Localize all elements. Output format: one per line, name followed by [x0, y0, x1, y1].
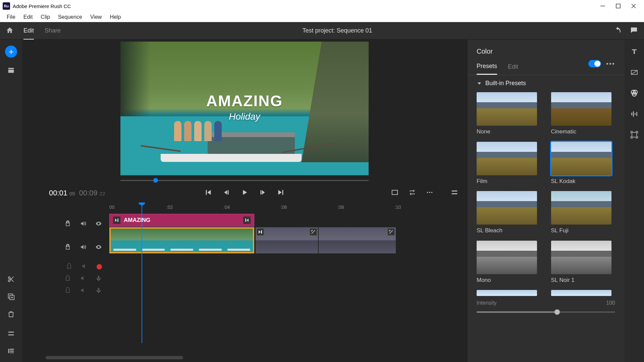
svg-rect-24 — [392, 190, 398, 195]
preset-thumbnail[interactable] — [551, 191, 611, 225]
preset-thumbnail[interactable] — [477, 241, 537, 274]
scrubber-playhead[interactable] — [153, 178, 158, 183]
menu-help[interactable]: Help — [106, 13, 125, 21]
lock-icon[interactable] — [64, 287, 71, 295]
record-voiceover-button[interactable] — [97, 264, 102, 269]
preview-scrubber[interactable] — [120, 177, 369, 184]
fullscreen-icon[interactable] — [391, 189, 398, 197]
project-title: Test project: Sequence 01 — [61, 27, 614, 34]
more-options-icon[interactable] — [426, 189, 433, 197]
panel-more-icon[interactable]: ••• — [606, 60, 615, 68]
effect-badge-icon[interactable] — [310, 229, 317, 235]
loop-icon[interactable] — [409, 189, 416, 197]
lock-icon[interactable] — [64, 220, 71, 228]
mute-icon[interactable] — [81, 263, 88, 271]
intensity-slider[interactable] — [477, 309, 615, 315]
preset-thumbnail[interactable] — [477, 191, 537, 225]
titles-tool-icon[interactable] — [630, 48, 638, 57]
audio-tool-icon[interactable] — [630, 110, 638, 119]
svg-rect-30 — [98, 276, 100, 279]
video-clip-2[interactable] — [256, 227, 318, 253]
intensity-value: 100 — [606, 300, 615, 306]
scissors-icon[interactable] — [7, 276, 15, 284]
menu-view[interactable]: View — [86, 13, 106, 21]
transition-in-icon[interactable] — [113, 217, 120, 224]
window-minimize-button[interactable] — [595, 0, 610, 12]
preset-thumbnail[interactable] — [477, 92, 537, 126]
preset-item[interactable]: SL Noir 1 — [551, 241, 613, 284]
mute-icon[interactable] — [80, 220, 87, 228]
preset-item[interactable]: Cinematic — [551, 92, 613, 136]
preset-label: Film — [477, 178, 539, 185]
preset-thumbnail[interactable] — [551, 92, 611, 126]
go-to-start-button[interactable] — [205, 189, 212, 197]
menu-file[interactable]: File — [3, 13, 19, 21]
preset-item[interactable]: Film — [477, 142, 539, 185]
timeline-canvas[interactable]: 00 :02 :04 :06 :08 :10 AMAZING — [109, 202, 467, 362]
color-tool-icon[interactable] — [630, 89, 638, 99]
preset-item[interactable]: None — [477, 92, 539, 136]
expand-tracks-icon[interactable] — [7, 330, 15, 339]
timeline-playhead[interactable] — [142, 202, 142, 343]
mute-icon[interactable] — [80, 287, 87, 295]
intensity-slider-knob[interactable] — [554, 309, 560, 315]
window-maximize-button[interactable] — [610, 0, 626, 12]
mic-icon[interactable] — [95, 275, 102, 283]
duplicate-icon[interactable] — [7, 293, 15, 302]
preset-item[interactable]: SL Kodak — [551, 142, 613, 185]
lock-icon[interactable] — [64, 244, 71, 252]
preset-section-header[interactable]: Built-in Presets — [477, 80, 615, 87]
track-panel-icon[interactable] — [7, 347, 15, 356]
preset-item[interactable]: Mono — [477, 241, 539, 284]
menu-edit[interactable]: Edit — [19, 13, 37, 21]
step-back-button[interactable] — [223, 189, 230, 197]
timeline-horizontal-scrollbar[interactable] — [46, 356, 183, 359]
preset-label: Mono — [477, 277, 539, 284]
transform-tool-icon[interactable] — [630, 131, 638, 140]
preset-thumbnail[interactable] — [551, 142, 611, 175]
transition-out-icon[interactable] — [243, 217, 251, 224]
preset-thumbnail[interactable] — [477, 142, 537, 175]
svg-rect-17 — [10, 349, 14, 350]
panel-tab-presets[interactable]: Presets — [477, 63, 497, 75]
effect-badge-icon[interactable] — [388, 229, 394, 235]
visibility-icon[interactable] — [95, 220, 102, 228]
title-clip[interactable]: AMAZING — [109, 214, 254, 227]
preset-label: SL Fuji — [551, 227, 613, 234]
lock-icon[interactable] — [64, 275, 71, 283]
play-button[interactable] — [241, 189, 248, 197]
undo-icon[interactable] — [614, 26, 622, 36]
preset-label: SL Kodak — [551, 178, 613, 185]
comment-icon[interactable] — [630, 26, 638, 36]
preset-item[interactable]: SL Bleach — [477, 191, 539, 235]
video-clip-3[interactable] — [319, 227, 396, 253]
transition-icon[interactable] — [257, 229, 264, 235]
visibility-icon[interactable] — [95, 244, 102, 252]
mic-icon[interactable] — [95, 287, 102, 295]
mute-icon[interactable] — [80, 275, 87, 283]
trash-icon[interactable] — [7, 310, 15, 319]
panel-tab-edit[interactable]: Edit — [508, 63, 518, 74]
project-panel-icon[interactable] — [7, 66, 15, 75]
transitions-tool-icon[interactable] — [630, 68, 638, 78]
layout-menu-icon[interactable] — [451, 189, 458, 197]
lock-icon[interactable] — [66, 263, 72, 271]
mode-tab-share[interactable]: Share — [45, 27, 61, 40]
color-enable-toggle[interactable] — [588, 60, 601, 67]
preset-thumbnail[interactable] — [551, 241, 611, 274]
mode-tab-edit[interactable]: Edit — [23, 27, 34, 40]
menu-clip[interactable]: Clip — [37, 13, 54, 21]
menu-sequence[interactable]: Sequence — [54, 13, 86, 21]
preset-item[interactable]: SL Fuji — [551, 191, 613, 235]
subtitle-overlay: Holiday — [120, 111, 369, 122]
add-media-button[interactable]: + — [5, 46, 17, 58]
go-to-end-button[interactable] — [277, 189, 284, 197]
preview-monitor[interactable]: AMAZING Holiday — [120, 42, 369, 175]
left-toolbar: + — [0, 40, 22, 362]
mute-icon[interactable] — [80, 244, 87, 252]
video-clip-1[interactable] — [109, 227, 254, 253]
step-forward-button[interactable] — [259, 189, 266, 197]
home-icon[interactable] — [6, 26, 13, 35]
timeline-ruler[interactable]: 00 :02 :04 :06 :08 :10 — [109, 202, 464, 214]
window-close-button[interactable] — [626, 0, 641, 12]
